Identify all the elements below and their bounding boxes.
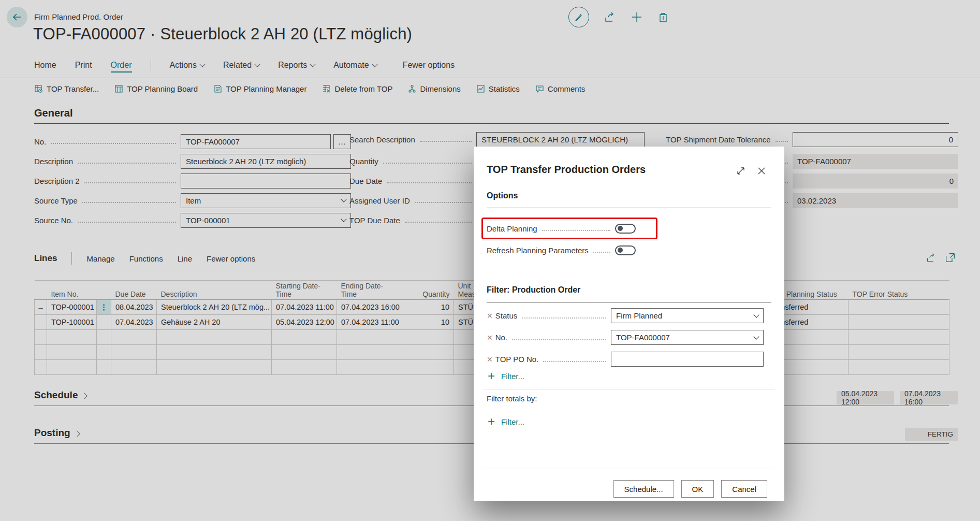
refresh-parameters-toggle[interactable] — [615, 245, 636, 255]
filter-po-row: ✕ TOP PO No. — [487, 352, 764, 367]
chevron-down-icon — [753, 334, 759, 339]
dialog-divider — [483, 389, 775, 389]
ok-button[interactable]: OK — [681, 480, 714, 498]
filter-section-title[interactable]: Filter: Production Order — [487, 285, 580, 295]
remove-filter-icon[interactable]: ✕ — [487, 334, 493, 342]
chevron-down-icon — [753, 312, 759, 317]
filter-totals-label: Filter totals by: — [487, 394, 537, 403]
delta-planning-row: Delta Planning — [487, 221, 636, 236]
expand-icon — [736, 166, 746, 176]
plus-icon: + — [488, 417, 495, 426]
schedule-button[interactable]: Schedule... — [613, 480, 674, 498]
filter-rule — [487, 302, 771, 302]
filter-po-input[interactable] — [611, 352, 764, 367]
plus-icon: + — [488, 371, 495, 381]
close-dialog-button[interactable] — [756, 166, 767, 176]
remove-filter-icon[interactable]: ✕ — [487, 312, 493, 320]
dialog-title: TOP Transfer Production Orders — [487, 164, 646, 176]
refresh-parameters-row: Refresh Planning Parameters — [487, 243, 636, 257]
filter-no-row: ✕ No. TOP-FA000007 — [487, 330, 764, 345]
close-icon — [756, 166, 767, 176]
dialog-divider — [483, 469, 775, 469]
delta-planning-toggle[interactable] — [615, 224, 636, 234]
filter-status-select[interactable]: Firm Planned — [611, 308, 764, 323]
cancel-button[interactable]: Cancel — [721, 480, 767, 498]
remove-filter-icon[interactable]: ✕ — [487, 355, 493, 364]
top-transfer-dialog: TOP Transfer Production Orders Options D… — [474, 147, 784, 501]
filter-no-select[interactable]: TOP-FA000007 — [611, 330, 764, 345]
dialog-buttons: Schedule... OK Cancel — [613, 480, 767, 498]
options-rule — [487, 208, 771, 208]
expand-dialog-button[interactable] — [736, 166, 746, 176]
options-section-title[interactable]: Options — [487, 191, 518, 200]
add-totals-filter-link[interactable]: + Filter... — [488, 417, 524, 426]
add-filter-link[interactable]: + Filter... — [488, 371, 524, 381]
filter-status-row: ✕ Status Firm Planned — [487, 308, 764, 323]
